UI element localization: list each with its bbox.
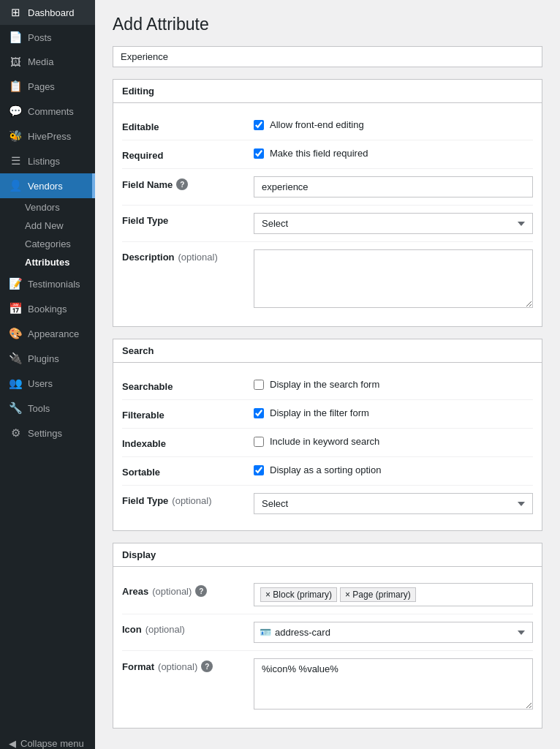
- icon-row: Icon (optional) 🪪 address-card user star…: [122, 614, 533, 651]
- users-icon: 👥: [9, 377, 22, 390]
- filterable-checkbox[interactable]: [254, 408, 264, 418]
- field-type-label: Field Type: [122, 213, 254, 226]
- editable-checkbox-label[interactable]: Allow front-end editing: [254, 119, 533, 130]
- editing-section-body: Editable Allow front-end editing Require…: [113, 103, 542, 326]
- sidebar-item-label: Tools: [28, 403, 50, 414]
- icon-control: 🪪 address-card user star heart: [254, 622, 533, 643]
- sidebar-item-label: Plugins: [28, 353, 59, 364]
- listings-icon: ☰: [9, 154, 22, 168]
- search-field-type-row: Field Type (optional) Select Text Number…: [122, 486, 533, 522]
- field-name-control: [254, 176, 533, 197]
- tag-page-primary: × Page (primary): [340, 587, 416, 602]
- search-field-type-control: Select Text Number Checkbox: [254, 493, 533, 514]
- searchable-label: Searchable: [122, 379, 254, 392]
- filterable-checkbox-label[interactable]: Display in the filter form: [254, 407, 533, 418]
- sidebar-item-users[interactable]: 👥 Users: [0, 371, 95, 396]
- search-field-type-select[interactable]: Select Text Number Checkbox: [254, 493, 533, 514]
- active-indicator: [92, 173, 95, 198]
- main-content: Add Attribute Editing Editable Allow fro…: [95, 0, 560, 749]
- required-control: Make this field required: [254, 148, 533, 159]
- hivepress-icon: 🐝: [9, 129, 22, 143]
- areas-help-icon[interactable]: ?: [195, 585, 207, 597]
- sidebar-item-label: Media: [28, 56, 53, 67]
- sidebar-item-settings[interactable]: ⚙ Settings: [0, 421, 95, 445]
- sidebar-item-testimonials[interactable]: 📝 Testimonials: [0, 271, 95, 296]
- description-row: Description (optional): [122, 242, 533, 317]
- field-type-select[interactable]: Select Text Number Textarea Checkbox: [254, 213, 533, 234]
- description-textarea[interactable]: [254, 249, 533, 308]
- field-name-row: Field Name ?: [122, 169, 533, 206]
- editing-section-header: Editing: [113, 80, 542, 103]
- sidebar: ⊞ Dashboard 📄 Posts 🖼 Media 📋 Pages 💬 Co…: [0, 0, 95, 749]
- editable-row: Editable Allow front-end editing: [122, 112, 533, 140]
- settings-icon: ⚙: [9, 426, 22, 440]
- testimonials-icon: 📝: [9, 277, 22, 290]
- icon-select[interactable]: address-card user star heart: [254, 622, 533, 643]
- field-type-control: Select Text Number Textarea Checkbox: [254, 213, 533, 234]
- collapse-icon: ◀: [9, 738, 16, 749]
- sidebar-item-posts[interactable]: 📄 Posts: [0, 25, 95, 50]
- field-name-label: Field Name ?: [122, 176, 254, 190]
- required-checkbox-label[interactable]: Make this field required: [254, 148, 533, 159]
- page-title: Add Attribute: [113, 15, 542, 34]
- submenu-add-new[interactable]: Add New: [0, 217, 95, 235]
- submenu-vendors[interactable]: Vendors: [0, 198, 95, 217]
- field-type-row: Field Type Select Text Number Textarea C…: [122, 206, 533, 242]
- description-control: [254, 249, 533, 310]
- editable-checkbox[interactable]: [254, 120, 264, 130]
- sidebar-item-dashboard[interactable]: ⊞ Dashboard: [0, 0, 95, 25]
- editable-control: Allow front-end editing: [254, 119, 533, 130]
- required-row: Required Make this field required: [122, 140, 533, 169]
- sidebar-item-hivepress[interactable]: 🐝 HivePress: [0, 124, 95, 148]
- tag-block-label: × Block (primary): [265, 590, 332, 600]
- editing-section: Editing Editable Allow front-end editing…: [113, 79, 542, 327]
- icon-select-wrapper: 🪪 address-card user star heart: [254, 622, 533, 643]
- sortable-control: Display as a sorting option: [254, 464, 533, 475]
- filterable-label: Filterable: [122, 407, 254, 421]
- collapse-label: Collapse menu: [20, 738, 84, 749]
- filterable-text: Display in the filter form: [270, 407, 369, 418]
- sidebar-item-media[interactable]: 🖼 Media: [0, 50, 95, 74]
- editable-label: Editable: [122, 119, 254, 132]
- sortable-checkbox[interactable]: [254, 465, 264, 475]
- filterable-control: Display in the filter form: [254, 407, 533, 418]
- bookings-icon: 📅: [9, 302, 22, 315]
- format-label: Format (optional) ?: [122, 658, 254, 672]
- areas-label: Areas (optional) ?: [122, 583, 254, 597]
- indexable-checkbox-label[interactable]: Include in keyword search: [254, 436, 533, 447]
- sidebar-item-pages[interactable]: 📋 Pages: [0, 74, 95, 99]
- field-name-help-icon[interactable]: ?: [176, 178, 188, 190]
- indexable-checkbox[interactable]: [254, 437, 264, 447]
- sidebar-item-label: Settings: [28, 428, 62, 439]
- sidebar-item-plugins[interactable]: 🔌 Plugins: [0, 346, 95, 371]
- appearance-icon: 🎨: [9, 327, 22, 340]
- sidebar-item-label: Vendors: [28, 181, 63, 192]
- format-textarea[interactable]: %icon% %value%: [254, 658, 533, 710]
- indexable-row: Indexable Include in keyword search: [122, 429, 533, 457]
- searchable-row: Searchable Display in the search form: [122, 372, 533, 400]
- submenu-categories[interactable]: Categories: [0, 235, 95, 253]
- comments-icon: 💬: [9, 105, 22, 118]
- posts-icon: 📄: [9, 31, 22, 44]
- searchable-checkbox-label[interactable]: Display in the search form: [254, 379, 533, 390]
- required-checkbox[interactable]: [254, 148, 264, 159]
- sidebar-item-tools[interactable]: 🔧 Tools: [0, 396, 95, 421]
- field-name-input[interactable]: [254, 176, 533, 197]
- sidebar-item-label: HivePress: [28, 131, 71, 142]
- collapse-menu-button[interactable]: ◀ Collapse menu: [0, 732, 95, 749]
- submenu-attributes[interactable]: Attributes: [0, 253, 95, 271]
- sidebar-item-comments[interactable]: 💬 Comments: [0, 99, 95, 124]
- format-help-icon[interactable]: ?: [201, 660, 213, 672]
- searchable-checkbox[interactable]: [254, 380, 264, 390]
- search-section-header: Search: [113, 339, 542, 363]
- icon-label: Icon (optional): [122, 622, 254, 635]
- sidebar-item-bookings[interactable]: 📅 Bookings: [0, 296, 95, 321]
- sortable-checkbox-label[interactable]: Display as a sorting option: [254, 464, 533, 475]
- sidebar-item-listings[interactable]: ☰ Listings: [0, 148, 95, 173]
- sidebar-item-appearance[interactable]: 🎨 Appearance: [0, 321, 95, 346]
- areas-tags-input[interactable]: × Block (primary) × Page (primary): [254, 583, 533, 606]
- sidebar-item-label: Testimonials: [28, 279, 80, 290]
- sidebar-item-vendors[interactable]: 👤 Vendors: [0, 173, 95, 198]
- indexable-text: Include in keyword search: [270, 436, 379, 447]
- attribute-name-input[interactable]: [113, 46, 542, 67]
